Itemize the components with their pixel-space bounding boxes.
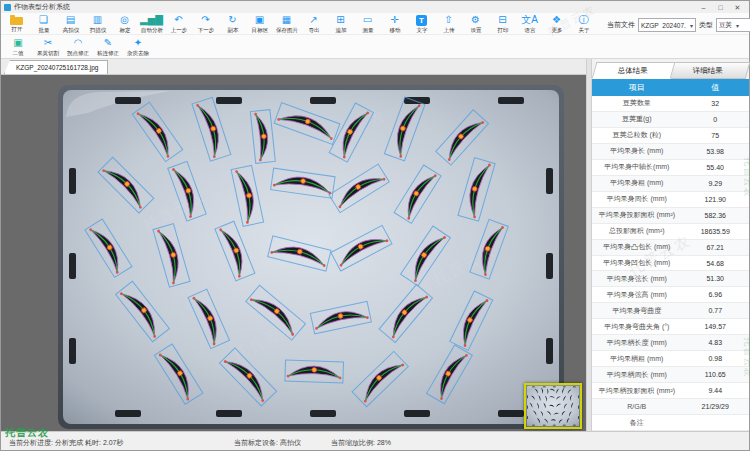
minimap-thumbnail — [526, 385, 580, 427]
row-label: R/G/B — [592, 403, 681, 410]
table-row: 备注 — [592, 415, 749, 431]
row-label: 平均果柄粗 (mm) — [592, 354, 681, 364]
scanner-button[interactable]: ▥扫描仪 — [84, 14, 111, 35]
row-value: 0.98 — [681, 355, 749, 362]
close-button[interactable]: ✕ — [729, 2, 746, 13]
document-tab[interactable]: KZGP_20240725161728.jpg — [4, 60, 108, 74]
column-header-item: 项目 — [592, 82, 681, 93]
results-tab-bar: 总体结果 详细结果 — [592, 59, 749, 79]
tray-fiducial-mark — [69, 168, 76, 194]
append-button[interactable]: ⊞追加 — [327, 14, 354, 35]
edit-pencil-icon: ✎ — [104, 37, 112, 49]
window-controls: – □ ✕ — [695, 2, 746, 13]
print-button[interactable]: ⊟打印 — [489, 14, 516, 35]
binary-button[interactable]: ▣二值 — [3, 37, 33, 58]
tab-detailed-results[interactable]: 详细结果 — [666, 62, 749, 79]
pod-cut-button[interactable]: ✂果荚切割 — [33, 37, 63, 58]
image-viewer[interactable] — [1, 75, 586, 431]
add-document-icon: ⊞ — [336, 14, 344, 26]
target-region-icon: ▣ — [255, 14, 264, 26]
save-image-button[interactable]: ▦保存图片 — [273, 14, 300, 35]
row-value: 51.30 — [681, 275, 749, 282]
tray-fiducial-mark — [532, 386, 535, 387]
column-header-value: 值 — [681, 82, 749, 93]
text-button[interactable]: T文字 — [408, 14, 435, 35]
tray-fiducial-mark — [546, 253, 553, 279]
row-value: 0 — [681, 116, 749, 123]
open-button[interactable]: 打开 — [3, 14, 30, 35]
tray-fiducial-mark — [216, 410, 242, 417]
table-row: 豆荚数量32 — [592, 96, 749, 112]
adhesion-fix-button[interactable]: ✎粘连修正 — [93, 37, 123, 58]
type-select[interactable]: 豆荚 ▾ — [716, 18, 750, 32]
tray-fiducial-mark — [563, 425, 566, 426]
inflection-fix-button[interactable]: ◠拐点修正 — [63, 37, 93, 58]
minimize-button[interactable]: – — [695, 2, 712, 13]
impurity-remove-button[interactable]: ✦杂质去除 — [123, 37, 153, 58]
current-file-select[interactable]: KZGP_202407... ▾ — [638, 18, 696, 32]
about-button[interactable]: ⓘ关于 — [570, 14, 597, 35]
batch-button-label: 批量 — [38, 26, 49, 34]
table-row: 平均果身弦长 (mm)51.30 — [592, 271, 749, 287]
duplicate-button[interactable]: ↻副本 — [219, 14, 246, 35]
table-row: 平均果身弦高 (mm)6.96 — [592, 287, 749, 303]
bar-chart-icon: ▂▅▇ — [140, 14, 163, 26]
next-step-button[interactable]: ↷下一步 — [192, 14, 219, 35]
settings-button[interactable]: ⚙设置 — [462, 14, 489, 35]
more-button-label: 更多 — [551, 26, 562, 34]
binary-icon: ▣ — [13, 37, 22, 49]
tray-fiducial-mark — [563, 386, 566, 387]
more-button[interactable]: ❖更多 — [543, 14, 570, 35]
calibrate-button[interactable]: ◎标定 — [111, 14, 138, 35]
language-icon: 文A — [521, 14, 538, 26]
previous-step-button[interactable]: ↶上一步 — [165, 14, 192, 35]
row-label: 平均果身弦长 (mm) — [592, 274, 681, 284]
tray-fiducial-mark — [546, 338, 553, 364]
printer-icon: ⊟ — [498, 14, 506, 26]
move-button[interactable]: ✛移动 — [381, 14, 408, 35]
row-value: 55.40 — [681, 164, 749, 171]
row-label: 平均果身凸包长 (mm) — [592, 242, 681, 252]
batch-button[interactable]: ❏批量 — [30, 14, 57, 35]
calibrate-button-label: 标定 — [119, 26, 130, 34]
tab-overall-results[interactable]: 总体结果 — [592, 62, 675, 79]
maximize-button[interactable]: □ — [712, 2, 729, 13]
row-value: 582.36 — [681, 212, 749, 219]
upload-button[interactable]: ⇧上传 — [435, 14, 462, 35]
table-row: 平均果身弯曲夹角 (°)149.57 — [592, 319, 749, 335]
row-value: 67.21 — [681, 244, 749, 251]
analysis-canvas[interactable] — [58, 85, 564, 429]
tray-fiducial-mark — [498, 97, 524, 104]
row-label: 豆荚总粒数 (粒) — [592, 130, 681, 140]
current-file-value: KZGP_202407... — [641, 22, 686, 29]
export-button[interactable]: ↗导出 — [300, 14, 327, 35]
table-row: 平均果柄投影面积 (mm²)9.44 — [592, 383, 749, 399]
doc-camera-button[interactable]: ▤高拍仪 — [57, 14, 84, 35]
gear-icon: ⚙ — [471, 14, 480, 26]
target-area-button[interactable]: ▣目标区 — [246, 14, 273, 35]
pod-center-marker — [300, 178, 305, 183]
tray-fiducial-mark — [69, 338, 76, 364]
doc-camera-icon: ▤ — [66, 14, 75, 26]
row-label: 平均果身凹包长 (mm) — [592, 258, 681, 268]
adhesion-fix-button-label: 粘连修正 — [97, 49, 119, 57]
tray-fiducial-mark — [498, 410, 524, 417]
auto-analyze-button[interactable]: ▂▅▇自动分析 — [138, 14, 165, 35]
row-value: 75 — [681, 132, 749, 139]
tray-fiducial-mark — [543, 425, 546, 426]
status-device: 当前标定设备: 高拍仪 — [234, 438, 301, 448]
tray-fiducial-mark — [573, 386, 576, 387]
tray-fiducial-mark — [527, 395, 528, 398]
row-label: 备注 — [592, 418, 681, 428]
tray-fiducial-mark — [553, 425, 556, 426]
measure-button[interactable]: ▭测量 — [354, 14, 381, 35]
tray-fiducial-mark — [578, 406, 579, 409]
minimap[interactable] — [524, 383, 582, 429]
row-value: 32 — [681, 100, 749, 107]
auto-analyze-button-label: 自动分析 — [140, 26, 162, 34]
type-value: 豆荚 — [719, 21, 732, 30]
language-button[interactable]: 文A语言 — [516, 14, 543, 35]
clean-brush-icon: ✦ — [134, 37, 142, 49]
document-tab-bar: KZGP_20240725161728.jpg — [1, 59, 586, 75]
table-row: 平均果柄长度 (mm)4.83 — [592, 335, 749, 351]
